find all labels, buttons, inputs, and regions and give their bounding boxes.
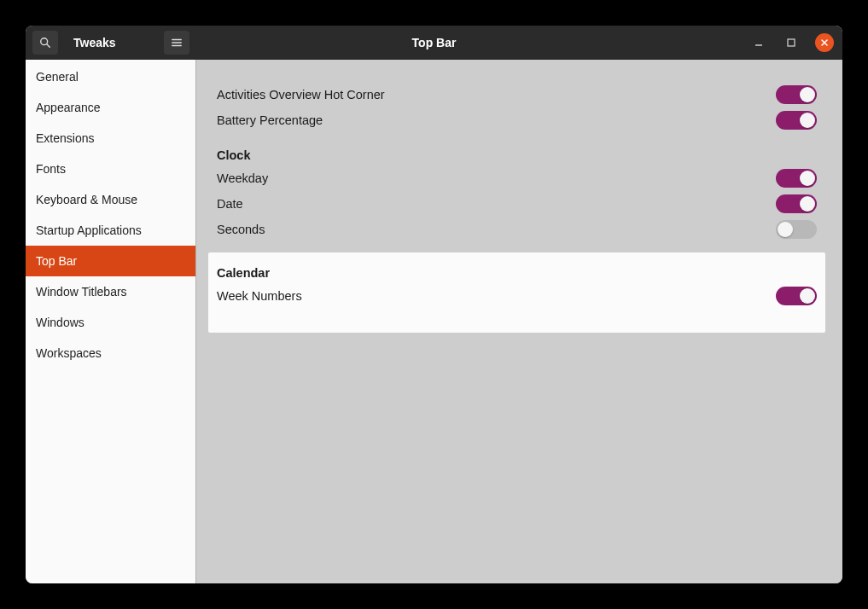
row-activities-hot-corner: Activities Overview Hot Corner [217, 82, 817, 107]
sidebar-item-label: Appearance [36, 101, 101, 114]
minimize-icon [754, 38, 763, 47]
switch-knob [778, 222, 793, 237]
seconds-switch[interactable] [776, 220, 817, 239]
sidebar-item-label: Windows [36, 316, 84, 329]
titlebar: Tweaks Top Bar [26, 26, 842, 60]
section-clock: Clock Weekday Date Seconds [208, 138, 825, 247]
activities-hot-corner-label: Activities Overview Hot Corner [217, 88, 385, 102]
titlebar-left: Tweaks [26, 31, 196, 55]
sidebar-item-label: Workspaces [36, 346, 102, 360]
sidebar-item-label: Extensions [36, 131, 94, 145]
sidebar-item-keyboard-mouse[interactable]: Keyboard & Mouse [26, 184, 195, 215]
maximize-button[interactable] [783, 34, 800, 51]
sidebar-item-appearance[interactable]: Appearance [26, 92, 195, 123]
sidebar-item-label: Fonts [36, 162, 66, 176]
sidebar-item-extensions[interactable]: Extensions [26, 123, 195, 154]
close-icon [820, 38, 829, 47]
switch-knob [800, 113, 815, 128]
date-switch[interactable] [776, 194, 817, 213]
calendar-heading: Calendar [217, 266, 817, 280]
svg-rect-6 [788, 39, 795, 46]
sidebar-item-label: Window Titlebars [36, 285, 127, 299]
row-battery-percentage: Battery Percentage [217, 107, 817, 133]
week-numbers-switch[interactable] [776, 287, 817, 305]
hamburger-icon [171, 37, 183, 49]
section-general: Activities Overview Hot Corner Battery P… [208, 75, 825, 138]
sidebar-item-general[interactable]: General [26, 61, 195, 92]
switch-knob [800, 171, 815, 186]
seconds-label: Seconds [217, 223, 265, 236]
row-weekday: Weekday [217, 165, 817, 191]
sidebar-item-windows[interactable]: Windows [26, 307, 195, 338]
sidebar-item-window-titlebars[interactable]: Window Titlebars [26, 276, 195, 307]
row-week-numbers: Week Numbers [217, 283, 817, 309]
tweaks-window: Tweaks Top Bar GeneralAppearanceExtensio… [26, 26, 842, 583]
row-date: Date [217, 191, 817, 217]
week-numbers-label: Week Numbers [217, 289, 302, 303]
search-button[interactable] [32, 31, 58, 55]
app-title: Tweaks [73, 36, 160, 49]
sidebar: GeneralAppearanceExtensionsFontsKeyboard… [26, 60, 196, 583]
sidebar-item-workspaces[interactable]: Workspaces [26, 338, 195, 368]
sidebar-item-fonts[interactable]: Fonts [26, 154, 195, 184]
sidebar-item-label: General [36, 70, 79, 84]
sidebar-item-label: Keyboard & Mouse [36, 193, 137, 206]
sidebar-item-label: Startup Applications [36, 223, 142, 237]
sidebar-item-top-bar[interactable]: Top Bar [26, 246, 195, 276]
switch-knob [800, 196, 815, 212]
clock-heading: Clock [217, 148, 817, 162]
window-body: GeneralAppearanceExtensionsFontsKeyboard… [26, 60, 842, 583]
sidebar-item-startup-applications[interactable]: Startup Applications [26, 215, 195, 246]
svg-line-1 [47, 44, 50, 48]
page-title: Top Bar [412, 36, 457, 49]
switch-knob [800, 87, 815, 102]
weekday-switch[interactable] [776, 169, 817, 188]
search-icon [39, 37, 51, 49]
menu-button[interactable] [164, 31, 189, 55]
minimize-button[interactable] [750, 34, 767, 51]
maximize-icon [787, 38, 795, 47]
battery-percentage-switch[interactable] [776, 111, 817, 130]
row-seconds: Seconds [217, 217, 817, 242]
sidebar-item-label: Top Bar [36, 254, 77, 268]
weekday-label: Weekday [217, 171, 268, 185]
activities-hot-corner-switch[interactable] [776, 85, 817, 104]
window-controls [750, 33, 834, 52]
switch-knob [800, 288, 815, 304]
section-calendar: Calendar Week Numbers [208, 252, 825, 333]
date-label: Date [217, 197, 243, 211]
battery-percentage-label: Battery Percentage [217, 113, 323, 127]
close-button[interactable] [815, 33, 834, 52]
content-pane: Activities Overview Hot Corner Battery P… [196, 60, 842, 583]
